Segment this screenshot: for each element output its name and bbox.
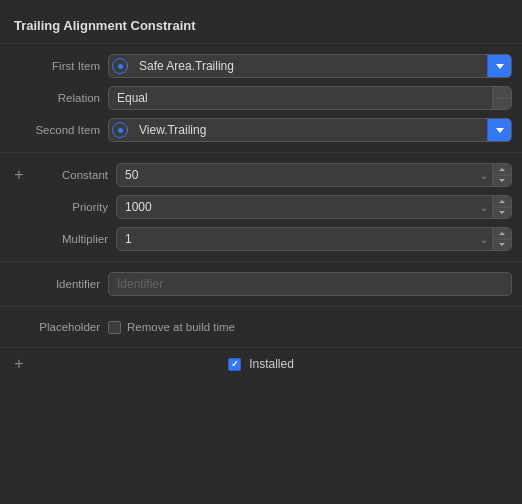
priority-caret-icon: ⌄ bbox=[476, 202, 492, 213]
placeholder-checkbox-wrapper: Remove at build time bbox=[108, 321, 235, 334]
constant-control: 50 ⌄ bbox=[116, 163, 512, 187]
priority-label: Priority bbox=[28, 201, 108, 213]
second-item-circle-button[interactable] bbox=[109, 119, 131, 141]
first-item-circle-button[interactable] bbox=[109, 55, 131, 77]
first-item-value: Safe Area.Trailing bbox=[131, 59, 487, 73]
first-item-label: First Item bbox=[10, 60, 100, 72]
first-item-row: First Item Safe Area.Trailing bbox=[0, 50, 522, 82]
constant-plus-icon[interactable]: + bbox=[10, 166, 28, 184]
multiplier-stepper[interactable]: 1 ⌄ bbox=[116, 227, 512, 251]
priority-increment-button[interactable] bbox=[493, 196, 511, 208]
priority-stepper-buttons bbox=[492, 196, 511, 218]
multiplier-down-icon bbox=[499, 243, 505, 246]
first-item-control: Safe Area.Trailing bbox=[108, 54, 512, 78]
second-item-arrow-down-icon bbox=[496, 128, 504, 133]
placeholder-checkbox[interactable] bbox=[108, 321, 121, 334]
relation-label: Relation bbox=[10, 92, 100, 104]
installed-plus-icon[interactable]: + bbox=[10, 355, 28, 373]
identifier-input[interactable] bbox=[108, 272, 512, 296]
constant-label: Constant bbox=[28, 169, 108, 181]
second-item-circle-dot bbox=[118, 128, 123, 133]
constant-up-icon bbox=[499, 168, 505, 171]
relation-down-button[interactable] bbox=[493, 99, 511, 110]
first-item-circle-indicator bbox=[112, 58, 128, 74]
placeholder-checkbox-label: Remove at build time bbox=[127, 321, 235, 333]
multiplier-control: 1 ⌄ bbox=[116, 227, 512, 251]
placeholder-label: Placeholder bbox=[10, 321, 100, 333]
relation-select[interactable]: Equal bbox=[108, 86, 512, 110]
constant-stepper-buttons bbox=[492, 164, 511, 186]
multiplier-caret-icon: ⌄ bbox=[476, 234, 492, 245]
relation-control-wrapper: Equal bbox=[108, 86, 512, 110]
second-item-select[interactable]: View.Trailing bbox=[108, 118, 512, 142]
multiplier-row: Multiplier 1 ⌄ bbox=[0, 223, 522, 255]
constant-row: + Constant 50 ⌄ bbox=[0, 159, 522, 191]
identifier-row: Identifier bbox=[0, 268, 522, 300]
priority-stepper[interactable]: 1000 ⌄ bbox=[116, 195, 512, 219]
constant-decrement-button[interactable] bbox=[493, 176, 511, 187]
placeholder-row: Placeholder Remove at build time bbox=[0, 313, 522, 341]
second-item-control: View.Trailing bbox=[108, 118, 512, 142]
constant-value: 50 bbox=[117, 168, 476, 182]
first-item-arrow-down-icon bbox=[496, 64, 504, 69]
constant-increment-button[interactable] bbox=[493, 164, 511, 176]
constant-down-icon bbox=[499, 179, 505, 182]
priority-decrement-button[interactable] bbox=[493, 208, 511, 219]
installed-label: Installed bbox=[249, 357, 294, 371]
multiplier-label: Multiplier bbox=[28, 233, 108, 245]
priority-control: 1000 ⌄ bbox=[116, 195, 512, 219]
second-item-circle-indicator bbox=[112, 122, 128, 138]
first-item-dropdown-button[interactable] bbox=[487, 55, 511, 77]
second-item-row: Second Item View.Trailing bbox=[0, 114, 522, 146]
multiplier-increment-button[interactable] bbox=[493, 228, 511, 240]
multiplier-stepper-buttons bbox=[492, 228, 511, 250]
identifier-control bbox=[108, 272, 512, 296]
panel-title: Trailing Alignment Constraint bbox=[0, 10, 522, 44]
relation-value: Equal bbox=[109, 91, 492, 105]
second-item-dropdown-button[interactable] bbox=[487, 119, 511, 141]
relation-up-button[interactable] bbox=[493, 87, 511, 99]
priority-row: Priority 1000 ⌄ bbox=[0, 191, 522, 223]
multiplier-up-icon bbox=[499, 232, 505, 235]
trailing-alignment-constraint-panel: Trailing Alignment Constraint First Item… bbox=[0, 0, 522, 390]
relation-row: Relation Equal bbox=[0, 82, 522, 114]
relation-stepper bbox=[492, 87, 511, 109]
installed-row: + Installed bbox=[0, 348, 522, 380]
multiplier-value: 1 bbox=[117, 232, 476, 246]
identifier-label: Identifier bbox=[10, 278, 100, 290]
constant-stepper[interactable]: 50 ⌄ bbox=[116, 163, 512, 187]
priority-up-icon bbox=[499, 200, 505, 203]
first-item-select[interactable]: Safe Area.Trailing bbox=[108, 54, 512, 78]
multiplier-decrement-button[interactable] bbox=[493, 240, 511, 251]
first-item-circle-dot bbox=[118, 64, 123, 69]
second-item-label: Second Item bbox=[10, 124, 100, 136]
priority-value: 1000 bbox=[117, 200, 476, 214]
placeholder-control: Remove at build time bbox=[108, 321, 512, 334]
installed-checkbox[interactable] bbox=[228, 358, 241, 371]
constant-caret-icon: ⌄ bbox=[476, 170, 492, 181]
second-item-value: View.Trailing bbox=[131, 123, 487, 137]
priority-down-icon bbox=[499, 211, 505, 214]
